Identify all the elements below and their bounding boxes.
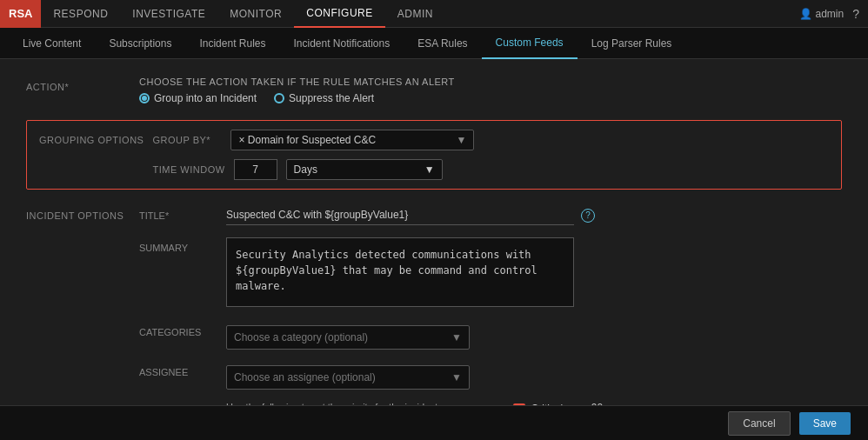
group-by-row: GROUP BY* × Domain for Suspected C&C ▼: [152, 130, 829, 150]
time-unit-value: Days: [294, 163, 317, 176]
action-row: ACTION* CHOOSE THE ACTION TAKEN IF THE R…: [26, 77, 842, 104]
subnav-subscriptions[interactable]: Subscriptions: [95, 28, 185, 59]
time-window-row: TIME WINDOW Days ▼: [152, 159, 829, 180]
nav-monitor[interactable]: MONITOR: [217, 0, 294, 28]
nav-respond[interactable]: RESPOND: [41, 0, 120, 28]
assignee-select[interactable]: Choose an assignee (optional) ▼: [226, 365, 470, 390]
admin-menu[interactable]: 👤 admin: [799, 8, 845, 20]
time-window-input[interactable]: [234, 159, 277, 180]
action-content: CHOOSE THE ACTION TAKEN IF THE RULE MATC…: [139, 77, 842, 104]
categories-select[interactable]: Choose a category (optional) ▼: [226, 325, 470, 350]
incident-options-row: INCIDENT OPTIONS TITLE* ? SUMMARY Securi…: [26, 205, 842, 405]
title-label: TITLE*: [139, 205, 226, 221]
nav-right: 👤 admin ?: [799, 7, 868, 21]
action-label: ACTION*: [26, 77, 139, 92]
grouping-inner: GROUPING OPTIONS GROUP BY* × Domain for …: [39, 130, 829, 180]
grouping-options-box: GROUPING OPTIONS GROUP BY* × Domain for …: [26, 120, 842, 190]
subnav-esa-rules[interactable]: ESA Rules: [404, 28, 481, 59]
title-help-icon[interactable]: ?: [581, 209, 595, 223]
title-input[interactable]: [226, 205, 574, 225]
bottom-bar: Cancel Save: [0, 405, 868, 440]
group-by-value: × Domain for Suspected C&C: [238, 134, 376, 146]
nav-investigate[interactable]: INVESTIGATE: [120, 0, 217, 28]
admin-label: admin: [816, 8, 845, 20]
radio-group-dot: [139, 93, 150, 103]
user-icon: 👤: [799, 8, 812, 20]
subnav-log-parser-rules[interactable]: Log Parser Rules: [578, 28, 686, 59]
radio-suppress-alert[interactable]: Suppress the Alert: [274, 92, 374, 104]
rsa-logo: RSA: [0, 0, 41, 28]
assignee-placeholder: Choose an assignee (optional): [234, 371, 376, 383]
group-by-select[interactable]: × Domain for Suspected C&C ▼: [230, 130, 474, 150]
action-radio-group: Group into an Incident Suppress the Aler…: [139, 92, 842, 104]
summary-row: SUMMARY Security Analytics detected comm…: [139, 237, 608, 310]
grouping-right: GROUP BY* × Domain for Suspected C&C ▼ T…: [152, 130, 829, 180]
categories-arrow: ▼: [451, 331, 462, 343]
radio-suppress-dot: [274, 93, 284, 103]
assignee-arrow: ▼: [451, 371, 462, 383]
radio-group-into-incident[interactable]: Group into an Incident: [139, 92, 257, 104]
nav-items: RESPOND INVESTIGATE MONITOR CONFIGURE AD…: [41, 0, 444, 28]
radio-group-label: Group into an Incident: [154, 92, 257, 104]
save-button[interactable]: Save: [799, 412, 851, 435]
content-area: ACTION* CHOOSE THE ACTION TAKEN IF THE R…: [0, 59, 868, 405]
subnav-incident-rules[interactable]: Incident Rules: [185, 28, 279, 59]
assignee-row: ASSIGNEE Choose an assignee (optional) ▼: [139, 362, 608, 390]
group-by-label: GROUP BY*: [152, 135, 222, 145]
nav-configure[interactable]: CONFIGURE: [294, 0, 385, 28]
title-row: TITLE* ?: [139, 205, 608, 225]
subnav-incident-notifications[interactable]: Incident Notifications: [279, 28, 404, 59]
categories-placeholder: Choose a category (optional): [234, 331, 368, 343]
time-unit-arrow: ▼: [424, 163, 435, 176]
sub-nav: Live Content Subscriptions Incident Rule…: [0, 28, 868, 59]
group-by-arrow: ▼: [457, 134, 467, 146]
title-input-row: ?: [226, 205, 595, 225]
subnav-live-content[interactable]: Live Content: [9, 28, 95, 59]
incident-options-container: TITLE* ? SUMMARY Security Analytics dete…: [139, 205, 608, 405]
cancel-button[interactable]: Cancel: [728, 411, 790, 436]
radio-suppress-label: Suppress the Alert: [289, 92, 374, 104]
top-nav: RSA RESPOND INVESTIGATE MONITOR CONFIGUR…: [0, 0, 868, 28]
subnav-custom-feeds[interactable]: Custom Feeds: [482, 28, 578, 59]
assignee-label: ASSIGNEE: [139, 362, 226, 377]
help-button[interactable]: ?: [852, 7, 859, 21]
summary-label: SUMMARY: [139, 237, 226, 253]
categories-label: CATEGORIES: [139, 322, 226, 337]
time-window-label: TIME WINDOW: [152, 164, 224, 175]
incident-options-label: INCIDENT OPTIONS: [26, 205, 139, 221]
action-instruction: CHOOSE THE ACTION TAKEN IF THE RULE MATC…: [139, 77, 842, 87]
categories-row: CATEGORIES Choose a category (optional) …: [139, 322, 608, 350]
time-unit-select[interactable]: Days ▼: [286, 159, 443, 180]
summary-textarea[interactable]: Security Analytics detected communicatio…: [226, 237, 574, 307]
grouping-options-label: GROUPING OPTIONS: [39, 130, 144, 145]
summary-wrapper: Security Analytics detected communicatio…: [226, 237, 574, 310]
nav-admin[interactable]: ADMIN: [385, 0, 445, 28]
